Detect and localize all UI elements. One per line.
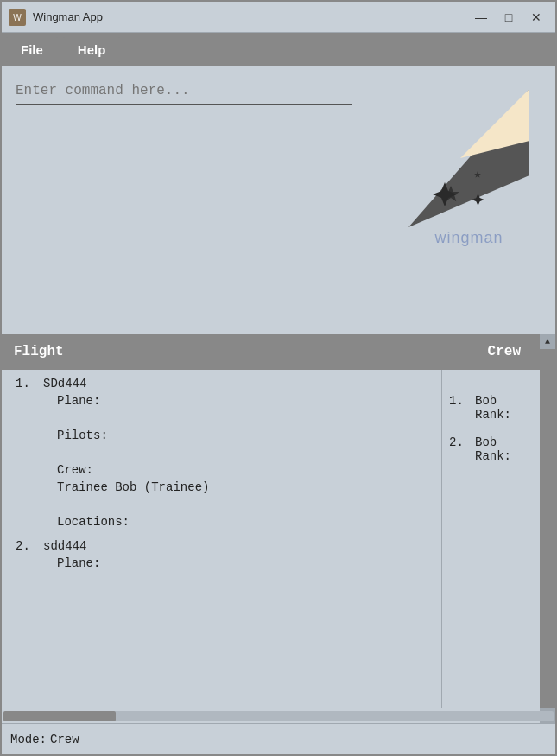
- logo-text-plain: wing: [434, 229, 470, 246]
- crew-2-info: Bob Rank:: [475, 435, 511, 463]
- svg-text:W: W: [13, 13, 22, 22]
- window-controls: — □ ✕: [469, 8, 548, 27]
- flight-panel[interactable]: 1. SDd444 Plane: Pilots: Crew: Trainee B…: [2, 370, 442, 708]
- crew-2-rank: Rank:: [475, 449, 511, 463]
- scroll-track: [540, 370, 555, 708]
- flight-1-pilots-val: [16, 446, 427, 460]
- command-area: wingman: [2, 66, 555, 334]
- flight-1-plane: Plane:: [16, 394, 427, 408]
- flight-2-num: 2.: [16, 539, 36, 553]
- flight-entry-1: 1. SDd444 Plane: Pilots: Crew: Trainee B…: [16, 377, 427, 529]
- file-menu[interactable]: File: [5, 37, 59, 62]
- logo-text-accent: man: [471, 229, 503, 246]
- header-crew: Crew: [488, 344, 547, 359]
- logo-text: wingman: [434, 229, 503, 247]
- minimize-button[interactable]: —: [469, 8, 493, 27]
- flight-1-crew-val: Trainee Bob (Trainee): [16, 480, 427, 494]
- h-scroll-track: [3, 711, 554, 721]
- flight-2-plane: Plane:: [16, 556, 427, 570]
- help-menu[interactable]: Help: [62, 37, 122, 62]
- command-input[interactable]: [16, 79, 378, 102]
- crew-entry-1: 1. Bob Rank:: [449, 394, 548, 422]
- flight-1-locations-val: [16, 498, 427, 511]
- crew-2-num: 2.: [449, 435, 470, 463]
- flight-2-id: sdd444: [43, 539, 86, 553]
- flight-1-id: SDd444: [43, 377, 86, 391]
- right-scrollbar[interactable]: ▲ ▼: [540, 370, 555, 708]
- crew-1-rank: Rank:: [475, 408, 511, 422]
- window-title: Wingman App: [33, 10, 469, 23]
- title-bar: W Wingman App — □ ✕: [2, 2, 555, 33]
- logo-graphic: [408, 89, 529, 227]
- crew-2-name: Bob: [475, 435, 511, 449]
- app-icon: W: [9, 9, 26, 26]
- crew-1-info: Bob Rank:: [475, 394, 511, 422]
- close-button[interactable]: ✕: [524, 8, 548, 27]
- flight-entry-2: 2. sdd444 Plane:: [16, 539, 427, 570]
- horizontal-scroll-bar[interactable]: [2, 708, 555, 723]
- table-header: Flight Crew: [2, 334, 555, 370]
- header-flight: Flight: [10, 344, 488, 359]
- crew-entry-2: 2. Bob Rank:: [449, 435, 548, 463]
- table-section: Flight Crew 1. SDd444 Plane: Pilots: Cre…: [2, 334, 555, 723]
- flight-2-header: 2. sdd444: [16, 539, 427, 553]
- flight-1-pilots: [16, 411, 427, 425]
- status-bar: Mode: Crew: [2, 723, 555, 754]
- crew-1-num: 1.: [449, 394, 470, 422]
- flight-1-crew-label: Crew:: [16, 463, 427, 477]
- status-label: Mode:: [10, 733, 47, 746]
- flight-1-pilots-label: Pilots:: [16, 429, 427, 442]
- maximize-button[interactable]: □: [497, 8, 521, 27]
- command-underline: [16, 104, 352, 105]
- crew-panel[interactable]: 1. Bob Rank: 2. Bob Rank:: [442, 370, 555, 708]
- h-scroll-thumb[interactable]: [3, 711, 116, 721]
- menu-bar: File Help: [2, 33, 555, 66]
- flight-1-locations-label: Locations:: [16, 515, 427, 529]
- flight-1-num: 1.: [16, 377, 36, 391]
- content-area: 1. SDd444 Plane: Pilots: Crew: Trainee B…: [2, 370, 555, 708]
- flight-1-header: 1. SDd444: [16, 377, 427, 391]
- logo-area: wingman: [400, 74, 538, 247]
- app-window: W Wingman App — □ ✕ File Help: [0, 0, 557, 756]
- status-value: Crew: [50, 733, 79, 746]
- crew-1-name: Bob: [475, 394, 511, 408]
